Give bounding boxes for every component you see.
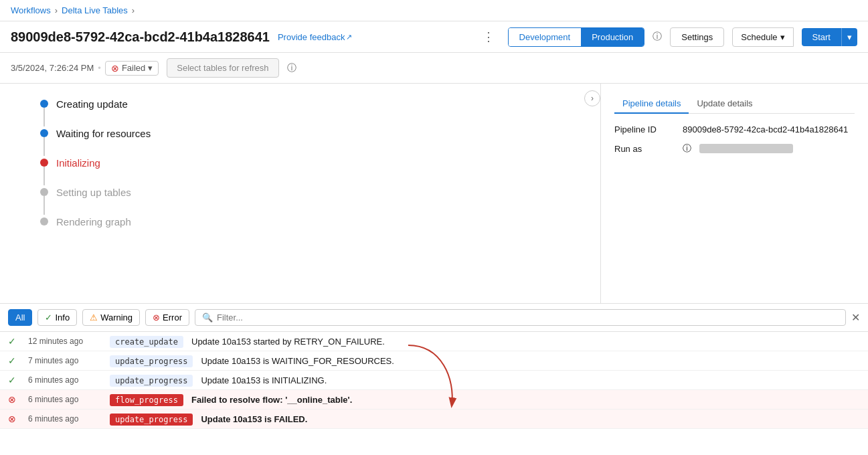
page-title: 89009de8-5792-42ca-bcd2-41b4a1828641 (11, 29, 270, 45)
step-dot-col (40, 97, 48, 126)
steps-list: Creating updateWaiting for resourcesInit… (40, 97, 574, 244)
info-check-icon: ✓ (45, 312, 52, 323)
mode-info-icon[interactable]: ⓘ (653, 31, 662, 43)
step-dot (40, 188, 48, 196)
filter-error-button[interactable]: ⊗ Error (145, 309, 189, 326)
step-item: Rendering graph (40, 215, 574, 244)
tab-update-details[interactable]: Update details (689, 94, 760, 114)
step-dot-col (40, 185, 48, 215)
pipeline-id-row: Pipeline ID 89009de8-5792-42ca-bcd2-41b4… (614, 124, 855, 134)
step-dot (40, 129, 48, 137)
select-tables-button[interactable]: Select tables for refresh (167, 58, 278, 78)
log-tag: create_update (110, 337, 183, 347)
filter-info-button[interactable]: ✓ Info (37, 309, 77, 326)
log-row: ⊗6 minutes agoflow_progressFailed to res… (0, 390, 868, 410)
schedule-button[interactable]: Schedule ▾ (732, 27, 793, 47)
step-connector-line (44, 196, 45, 215)
log-tag: flow_progress (110, 395, 183, 405)
filter-warning-button[interactable]: ⚠ Warning (82, 309, 140, 326)
tag-badge: update_progress (110, 375, 193, 387)
step-connector-line (44, 167, 45, 185)
tag-badge: flow_progress (110, 394, 183, 406)
step-label: Rendering graph (56, 215, 131, 244)
error-status-icon: ⊗ (8, 414, 20, 424)
breadcrumb-sep1: › (55, 5, 58, 15)
ok-status-icon: ✓ (8, 375, 20, 385)
tag-badge: update_progress (110, 414, 193, 426)
step-connector-line (44, 108, 45, 126)
run-info: 3/5/2024, 7:26:24 PM • ⊗ Failed ▾ (11, 61, 159, 76)
filter-input[interactable] (217, 312, 839, 323)
log-timestamp: 12 minutes ago (28, 337, 102, 346)
log-row: ✓6 minutes agoupdate_progressUpdate 10a1… (0, 371, 868, 390)
log-section: All ✓ Info ⚠ Warning ⊗ Error 🔍 ✕ (0, 303, 868, 429)
start-button[interactable]: Start (802, 28, 841, 46)
select-tables-info-icon[interactable]: ⓘ (287, 62, 296, 74)
pipeline-id-label: Pipeline ID (614, 124, 675, 134)
tag-badge: update_progress (110, 355, 193, 367)
breadcrumb-delta[interactable]: Delta Live Tables (62, 5, 128, 15)
breadcrumb-sep2: › (132, 5, 135, 15)
log-tag: update_progress (110, 375, 193, 385)
log-tag: update_progress (110, 356, 193, 366)
start-btn-group: Start ▾ (802, 28, 857, 46)
step-label: Waiting for resources (56, 126, 151, 155)
step-dot-col (40, 126, 48, 156)
log-rows: ✓12 minutes agocreate_updateUpdate 10a15… (0, 332, 868, 429)
log-message: Update 10a153 started by RETRY_ON_FAILUR… (191, 337, 860, 347)
step-dot (40, 217, 48, 225)
close-log-button[interactable]: ✕ (851, 311, 860, 324)
search-icon: 🔍 (202, 312, 213, 323)
breadcrumb-workflows[interactable]: Workflows (11, 5, 51, 15)
development-mode-button[interactable]: Development (509, 28, 582, 46)
step-label: Initializing (56, 156, 100, 185)
status-badge[interactable]: ⊗ Failed ▾ (105, 61, 159, 76)
log-timestamp: 7 minutes ago (28, 356, 102, 365)
mode-toggle: Development Production (508, 27, 645, 47)
step-item: Setting up tables (40, 185, 574, 215)
tag-badge: create_update (110, 336, 183, 348)
ok-status-icon: ✓ (8, 355, 20, 366)
log-message: Update 10a153 is FAILED. (201, 414, 860, 424)
production-mode-button[interactable]: Production (581, 28, 644, 46)
step-item: Initializing (40, 156, 574, 185)
log-timestamp: 6 minutes ago (28, 375, 102, 385)
run-as-info-icon[interactable]: ⓘ (683, 143, 691, 155)
step-item: Creating update (40, 97, 574, 126)
collapse-button[interactable]: › (584, 90, 600, 106)
main-area: › Creating updateWaiting for resourcesIn… (0, 84, 868, 303)
feedback-link[interactable]: Provide feedback ↗ (278, 32, 352, 42)
step-dot-col (40, 156, 48, 185)
run-as-label: Run as (614, 144, 675, 154)
settings-button[interactable]: Settings (670, 27, 724, 47)
filter-all-button[interactable]: All (8, 309, 32, 326)
tab-pipeline-details[interactable]: Pipeline details (614, 94, 689, 114)
status-caret: ▾ (148, 63, 153, 73)
step-dot-col (40, 215, 48, 225)
step-item: Waiting for resources (40, 126, 574, 156)
log-message: Update 10a153 is INITIALIZING. (201, 375, 860, 385)
log-row: ✓12 minutes agocreate_updateUpdate 10a15… (0, 332, 868, 351)
step-label: Setting up tables (56, 185, 131, 214)
breadcrumb: Workflows › Delta Live Tables › (0, 0, 868, 21)
error-status-icon: ⊗ (8, 394, 20, 405)
page-header: 89009de8-5792-42ca-bcd2-41b4a1828641 Pro… (0, 21, 868, 53)
step-connector-line (44, 137, 45, 156)
start-caret-button[interactable]: ▾ (841, 28, 857, 46)
step-dot (40, 100, 48, 108)
log-message: Update 10a153 is WAITING_FOR_RESOURCES. (201, 356, 860, 366)
step-dot (40, 159, 48, 167)
run-as-value (699, 144, 793, 153)
run-as-row: Run as ⓘ (614, 143, 855, 155)
status-label: Failed (122, 63, 145, 73)
log-filter-search: 🔍 (195, 309, 846, 326)
log-row: ✓7 minutes agoupdate_progressUpdate 10a1… (0, 351, 868, 371)
warning-icon: ⚠ (90, 312, 98, 323)
log-message: Failed to resolve flow: '__online_table'… (191, 395, 860, 405)
more-button[interactable]: ⋮ (477, 27, 500, 47)
error-circle-icon: ⊗ (153, 312, 160, 323)
schedule-btn-group: Schedule ▾ (732, 27, 793, 47)
pipeline-id-value: 89009de8-5792-42ca-bcd2-41b4a1828641 (683, 124, 848, 134)
log-timestamp: 6 minutes ago (28, 414, 102, 424)
ok-status-icon: ✓ (8, 336, 20, 347)
